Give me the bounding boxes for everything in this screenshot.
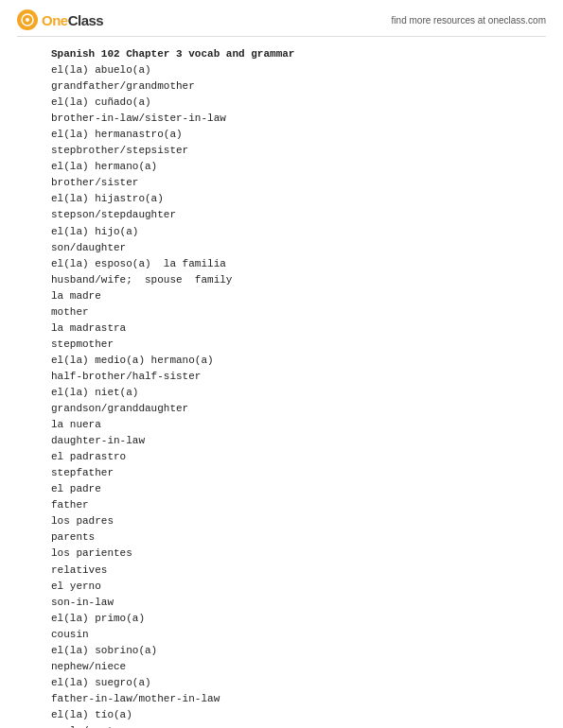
list-item: el(la) suegro(a): [51, 675, 512, 691]
logo: OneClass: [17, 9, 103, 30]
list-item: la nuera: [51, 417, 512, 433]
list-item: nephew/niece: [51, 659, 512, 675]
vocab-list: el(la) abuelo(a)grandfather/grandmothere…: [51, 62, 512, 728]
list-item: husband/wife; spouse family: [51, 272, 512, 288]
header-tagline: find more resources at oneclass.com: [392, 15, 546, 26]
list-item: la madre: [51, 288, 512, 304]
list-item: stepson/stepdaughter: [51, 207, 512, 223]
list-item: grandfather/grandmother: [51, 78, 512, 95]
list-item: relatives: [51, 563, 512, 579]
list-item: el(la) hermano(a): [51, 159, 512, 175]
list-item: father-in-law/mother-in-law: [51, 691, 512, 707]
logo-class: Class: [68, 12, 104, 28]
document-title: Spanish 102 Chapter 3 vocab and grammar: [51, 46, 512, 62]
list-item: cousin: [51, 627, 512, 643]
list-item: father: [51, 497, 512, 513]
list-item: son-in-law: [51, 595, 512, 611]
list-item: parents: [51, 529, 512, 546]
list-item: los parientes: [51, 546, 512, 562]
list-item: el(la) cuñado(a): [51, 95, 512, 111]
list-item: son/daughter: [51, 240, 512, 256]
list-item: daughter-in-law: [51, 433, 512, 449]
main-content: Spanish 102 Chapter 3 vocab and grammar …: [0, 37, 563, 728]
list-item: el(la) hijo(a): [51, 224, 512, 240]
list-item: el(la) medio(a) hermano(a): [51, 353, 512, 369]
list-item: grandson/granddaughter: [51, 401, 512, 417]
list-item: el(la) tío(a): [51, 707, 512, 723]
list-item: half-brother/half-sister: [51, 369, 512, 385]
list-item: el(la) esposo(a) la familia: [51, 256, 512, 272]
list-item: uncle/aunt: [51, 723, 512, 728]
list-item: el(la) hijastro(a): [51, 191, 512, 207]
list-item: stepmother: [51, 337, 512, 353]
list-item: el(la) sobrino(a): [51, 643, 512, 659]
list-item: el padrastro: [51, 449, 512, 465]
list-item: stepfather: [51, 465, 512, 481]
list-item: los padres: [51, 513, 512, 529]
list-item: brother-in-law/sister-in-law: [51, 111, 512, 127]
logo-text: OneClass: [42, 12, 103, 28]
list-item: el padre: [51, 481, 512, 497]
list-item: mother: [51, 304, 512, 321]
list-item: el(la) abuelo(a): [51, 62, 512, 78]
list-item: stepbrother/stepsister: [51, 143, 512, 159]
list-item: brother/sister: [51, 175, 512, 191]
list-item: el(la) hermanastro(a): [51, 127, 512, 143]
list-item: el yerno: [51, 579, 512, 595]
list-item: el(la) niet(a): [51, 385, 512, 401]
list-item: el(la) primo(a): [51, 611, 512, 627]
list-item: la madrastra: [51, 321, 512, 337]
logo-one: One: [42, 12, 68, 28]
svg-point-1: [26, 18, 29, 22]
header: OneClass find more resources at oneclass…: [0, 0, 563, 36]
logo-icon: [17, 9, 38, 30]
